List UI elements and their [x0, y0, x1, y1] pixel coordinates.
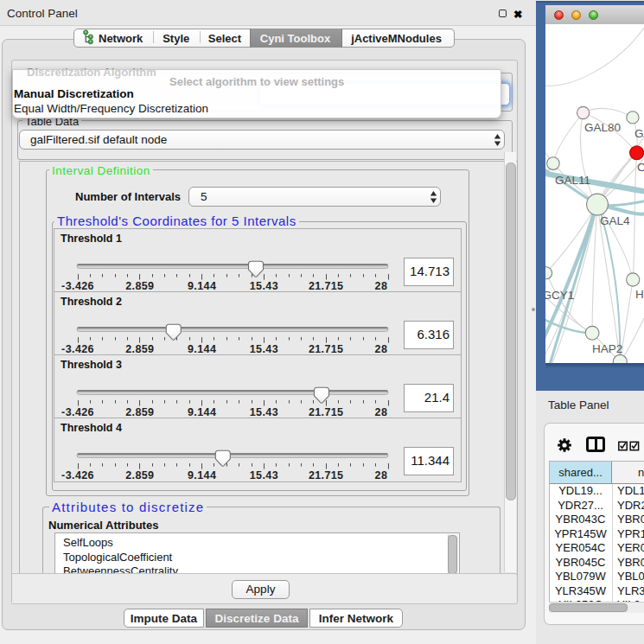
- svg-text:21.715: 21.715: [309, 280, 344, 292]
- svg-text:28: 28: [375, 469, 388, 481]
- svg-text:2.859: 2.859: [125, 406, 154, 418]
- svg-text:28: 28: [375, 343, 388, 355]
- svg-text:21.715: 21.715: [309, 406, 344, 418]
- svg-text:21.715: 21.715: [309, 343, 344, 355]
- svg-text:9.144: 9.144: [188, 343, 216, 355]
- svg-text:2.859: 2.859: [125, 343, 154, 355]
- svg-text:-3.426: -3.426: [61, 406, 94, 418]
- svg-text:21.715: 21.715: [309, 469, 344, 481]
- svg-text:C: C: [637, 161, 644, 174]
- svg-text:2.859: 2.859: [125, 469, 154, 481]
- svg-text:28: 28: [375, 406, 388, 418]
- svg-text:GAL80: GAL80: [584, 121, 621, 134]
- svg-text:9.144: 9.144: [188, 406, 216, 418]
- svg-text:9.144: 9.144: [188, 469, 216, 481]
- svg-text:2.859: 2.859: [125, 280, 154, 292]
- svg-text:9.144: 9.144: [188, 280, 216, 292]
- svg-text:28: 28: [375, 280, 388, 292]
- svg-text:-3.426: -3.426: [61, 343, 94, 355]
- svg-text:-3.426: -3.426: [61, 280, 94, 292]
- svg-text:15.43: 15.43: [250, 406, 278, 418]
- svg-text:H: H: [635, 288, 644, 301]
- svg-text:GCY1: GCY1: [545, 289, 574, 302]
- svg-text:HAP2: HAP2: [592, 342, 622, 355]
- svg-text:GA: GA: [634, 127, 644, 140]
- svg-text:15.43: 15.43: [250, 343, 278, 355]
- svg-text:GAL11: GAL11: [555, 174, 590, 187]
- svg-text:GAL4: GAL4: [600, 214, 630, 227]
- svg-text:15.43: 15.43: [250, 280, 278, 292]
- svg-text:15.43: 15.43: [250, 469, 278, 481]
- svg-text:-3.426: -3.426: [61, 469, 94, 481]
